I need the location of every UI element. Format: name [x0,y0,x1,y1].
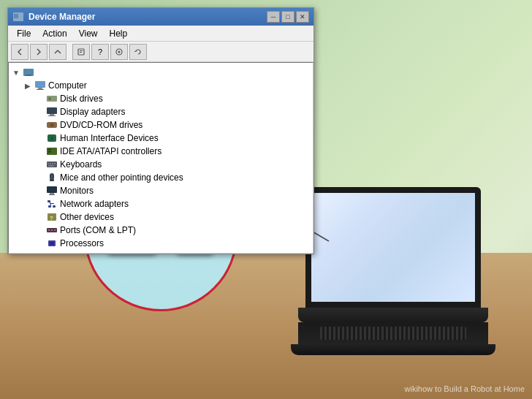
svg-rect-35 [47,186,57,193]
watermark-text: wikihow to Build a Robot at Home [405,384,525,393]
svg-rect-39 [50,203,54,204]
icon-ide [46,145,58,157]
svg-rect-11 [38,88,42,89]
tree-hid[interactable]: ▶ Human Interface Devices [9,132,313,145]
svg-rect-28 [50,163,51,164]
svg-text:?: ? [50,215,53,221]
icon-other: ? [46,211,58,223]
svg-point-20 [50,123,54,127]
up-button[interactable] [49,44,66,60]
tree-network-label: Network adapters [60,199,129,209]
tree-monitors[interactable]: ▶ Monitors [9,184,313,197]
tree-ide-label: IDE ATA/ATAPI controllers [60,146,162,156]
tree-processors-label: Processors [60,238,104,248]
icon-monitors [46,185,58,197]
tree-mice[interactable]: ▶ Mice and other pointing devices [9,171,313,184]
device-manager-window: Device Manager ─ □ ✕ File Action View He… [7,7,314,254]
svg-rect-37 [49,194,55,195]
expand-root: ▼ [12,68,20,77]
rollback-button[interactable] [129,44,147,60]
tree-other[interactable]: ▶ ? Other devices [9,210,313,224]
keyboard-keys [320,327,466,340]
icon-disk [46,93,58,104]
toolbar: ? [8,42,314,62]
svg-rect-31 [48,165,54,167]
svg-rect-26 [47,162,57,167]
watermark: wikihow to Build a Robot at Home [405,384,525,393]
svg-rect-4 [80,50,83,51]
svg-rect-16 [47,107,57,114]
tree-computer-label: Computer [48,80,87,91]
tree-disk[interactable]: ▶ Disk drives [9,92,313,105]
window-controls[interactable]: ─ □ ✕ [267,11,309,23]
tree-dvd-label: DVD/CD-ROM drives [60,120,142,130]
help-button[interactable]: ? [91,44,109,60]
close-button[interactable]: ✕ [296,11,309,23]
tree-disk-label: Disk drives [60,94,103,104]
tree-dvd[interactable]: ▶ DVD/CD-ROM drives [9,118,313,132]
tree-ports[interactable]: ▶ Ports (COM & LPT) [9,224,313,237]
device-tree: ▼ ▶ Computer ▶ Disk drives ▶ [8,62,314,254]
minimize-button[interactable]: ─ [267,11,280,23]
svg-rect-40 [50,202,50,204]
svg-rect-36 [50,193,54,194]
svg-rect-29 [52,163,53,164]
tree-keyboards-label: Keyboards [60,159,102,170]
tree-mice-label: Mice and other pointing devices [60,172,183,183]
icon-mice [46,172,58,183]
back-button[interactable] [11,44,28,60]
svg-rect-30 [54,163,56,164]
menu-file[interactable]: File [11,27,37,40]
tree-computer[interactable]: ▶ Computer [9,79,313,92]
tree-ide[interactable]: ▶ IDE ATA/ATAPI controllers [9,145,313,158]
laptop-body [298,308,488,322]
laptop-keyboard [298,322,488,344]
svg-rect-12 [37,89,44,90]
svg-rect-41 [50,203,51,205]
svg-point-48 [51,229,53,231]
laptop [305,187,495,355]
svg-point-49 [54,229,56,231]
titlebar: Device Manager ─ □ ✕ [8,8,314,26]
menu-action[interactable]: Action [37,27,72,40]
menubar: File Action View Help [8,26,314,42]
tree-display[interactable]: ▶ Display adapters [9,105,313,118]
svg-rect-25 [48,151,51,153]
tree-display-label: Display adapters [60,107,125,117]
tree-hid-label: Human Interface Devices [60,133,159,143]
icon-display [46,106,58,118]
svg-rect-10 [35,81,45,88]
tree-keyboards[interactable]: ▶ Keyboards [9,158,313,171]
scan-button[interactable] [110,44,128,60]
menu-view[interactable]: View [73,27,104,40]
window-title: Device Manager [28,12,262,22]
forward-button[interactable] [30,44,48,60]
icon-hid [46,132,58,144]
tree-network[interactable]: ▶ Network adapters [9,197,313,210]
svg-rect-9 [26,75,31,76]
svg-point-7 [118,50,121,53]
tree-other-label: Other devices [60,212,114,222]
tree-root[interactable]: ▼ [9,66,313,79]
icon-root [23,66,34,78]
icon-ports [46,224,58,236]
tree-processors[interactable]: ▶ Processors [9,237,313,250]
svg-rect-42 [48,205,51,208]
svg-rect-24 [48,149,51,151]
svg-point-15 [49,98,50,99]
tree-ports-label: Ports (COM & LPT) [60,225,136,235]
tree-monitors-label: Monitors [60,186,94,196]
menu-help[interactable]: Help [104,27,134,40]
icon-keyboard [46,159,58,170]
icon-processors [46,238,58,249]
svg-rect-51 [50,242,54,245]
svg-rect-17 [50,114,54,115]
properties-button[interactable] [72,44,90,60]
svg-rect-34 [50,179,54,181]
maximize-button[interactable]: □ [281,11,294,23]
expand-computer: ▶ [23,81,32,90]
laptop-screen [305,187,481,308]
svg-point-47 [48,229,50,231]
icon-dvd [46,119,58,131]
icon-computer [34,80,46,91]
